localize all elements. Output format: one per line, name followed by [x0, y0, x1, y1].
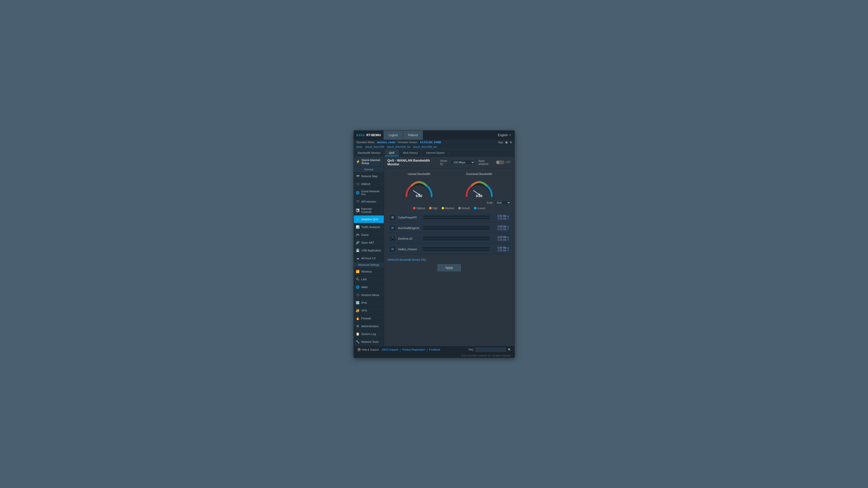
sidebar-item-aicloud[interactable]: ☁ AiCloud 2.0 — [354, 255, 384, 262]
toggle-knob — [496, 161, 499, 164]
faq-label: FAQ — [468, 348, 473, 351]
up-arrow-icon: ▲ — [507, 247, 509, 249]
sidebar-item-label: Amazon Alexa — [361, 293, 379, 296]
tab-bar: Bandwidth Monitor QoS Web History Intern… — [354, 150, 515, 157]
share-icon[interactable]: ⊕ — [510, 141, 512, 144]
scale-label: Scale — [487, 201, 493, 204]
table-row: ⊞ AcerSwiftEdge16 0.00 Mb▲ 0.00 Mb▼ — [388, 223, 511, 233]
asus-support-link[interactable]: ASUS Support — [382, 348, 398, 351]
upload-bar-track — [423, 226, 490, 228]
alexa-icon: ⬡ — [356, 293, 360, 297]
scale-bar: Scale Auto Fixed — [384, 200, 515, 206]
sidebar-item-administration[interactable]: ⚙ Administration — [354, 322, 384, 330]
sidebar-item-system-log[interactable]: 📋 System Log — [354, 330, 384, 338]
sidebar-item-amazon-alexa[interactable]: ⬡ Amazon Alexa — [354, 291, 384, 299]
parental-controls-icon: 👨‍👧 — [356, 208, 360, 213]
quick-internet-setup[interactable]: ⚡ Quick Internet Setup — [354, 157, 384, 167]
header: ASUS RT-BE96U Logout Reboot English ▼ — [354, 131, 515, 140]
show-by-select[interactable]: 100 Mbps 10 Mbps 1 Gbps Auto — [451, 160, 475, 165]
guest-network-icon: 🌐 — [356, 191, 360, 195]
upload-label: Upload Bandwidth — [408, 172, 430, 175]
footer-links: ASUS Support | Product Registration | Fe… — [381, 348, 441, 351]
quick-setup-label: Quick Internet Setup — [362, 159, 382, 165]
language-selector[interactable]: English ▼ — [495, 131, 514, 140]
high-dot — [429, 207, 432, 209]
lowest-dot — [474, 207, 476, 209]
sidebar-item-game[interactable]: 🎮 Game — [354, 231, 384, 239]
app-icon[interactable]: App — [498, 141, 503, 144]
download-bar-track — [423, 228, 490, 230]
copyright-text: 2024 ASUSTeK Computer Inc. All rights re… — [461, 354, 511, 357]
download-value: 0.00 Mb — [497, 238, 506, 241]
apps-analysis-label: Apps analysis — [478, 159, 494, 165]
device-list: 🖥 CyberPowerPC 0.00 Mb▲ 0.00 Mb▼ ⊞ AcerS… — [384, 212, 515, 256]
language-label: English — [498, 133, 508, 137]
copyright-bar: 2024 ASUSTeK Computer Inc. All rights re… — [354, 353, 515, 358]
lowest-label: Lowest — [477, 207, 486, 209]
legend-lowest: Lowest — [474, 207, 486, 209]
download-value: 0.00 Mb — [497, 228, 506, 231]
sidebar-item-open-nat[interactable]: 🔗 Open NAT — [354, 239, 384, 247]
sidebar-item-wireless[interactable]: 📶 Wireless — [354, 268, 384, 275]
scale-select[interactable]: Auto Fixed — [495, 201, 511, 205]
sidebar-item-aimesh[interactable]: ⬡ AiMesh — [354, 180, 384, 188]
product-registration-link[interactable]: Product Registration — [402, 348, 425, 351]
sidebar-item-lan[interactable]: 🔌 LAN — [354, 275, 384, 283]
open-nat-icon: 🔗 — [356, 240, 360, 245]
legend-default: Default — [458, 207, 470, 209]
download-stat: 0.00 Mb▼ — [492, 238, 509, 241]
legend-high: High — [429, 207, 438, 209]
sidebar-item-traffic-analyzer[interactable]: 📊 Traffic Analyzer — [354, 223, 384, 231]
up-arrow-icon: ▲ — [507, 225, 509, 228]
feedback-link[interactable]: Feedback — [429, 348, 440, 351]
firmware-value: 3.0.0.6.102_34488 — [420, 141, 441, 144]
sidebar-item-parental-controls[interactable]: 👨‍👧 Parental Controls — [354, 206, 384, 216]
sidebar-item-wan[interactable]: 🌐 WAN — [354, 283, 384, 291]
sidebar-item-network-tools[interactable]: 🔧 Network Tools — [354, 338, 384, 346]
tab-bandwidth-monitor[interactable]: Bandwidth Monitor — [354, 150, 385, 156]
apply-button[interactable]: Apply — [437, 264, 461, 271]
sidebar-item-label: Parental Controls — [361, 207, 382, 214]
ssid-label: SSID: — [356, 146, 364, 149]
monitor-icon[interactable]: ▣ — [505, 141, 508, 144]
sidebar-item-label: Firewall — [361, 317, 371, 320]
search-icon[interactable]: 🔍 — [508, 348, 511, 351]
sidebar-item-label: Open NAT — [361, 241, 374, 244]
apps-analysis-toggle[interactable] — [496, 160, 504, 164]
device-bars — [423, 236, 490, 240]
reboot-button[interactable]: Reboot — [403, 131, 423, 140]
upload-bar-track — [423, 216, 490, 217]
sidebar-item-label: Adaptive QoS — [361, 218, 378, 221]
sidebar-item-adaptive-qos[interactable]: ↕ Adaptive QoS — [354, 216, 384, 223]
device-name: CyberPowerPC — [398, 216, 421, 219]
sidebar-item-label: Administration — [361, 325, 379, 328]
asus-logo: ASUS — [356, 134, 365, 137]
sidebar-item-ipv6[interactable]: 🔢 IPv6 — [354, 299, 384, 307]
download-label: Download Bandwidth — [466, 172, 492, 175]
sidebar-item-vpn[interactable]: 🔐 VPN — [354, 307, 384, 315]
device-stats: 0.00 Mb▲ 0.00 Mb▼ — [492, 236, 509, 241]
chevron-down-icon: ▼ — [509, 134, 512, 136]
faq-link: WAN/LAN Bandwidth Monitor FAQ — [384, 256, 515, 262]
table-row: 📱 Zenfone-10 0.00 Mb▲ 0.00 Mb▼ — [388, 234, 511, 243]
sidebar-item-firewall[interactable]: 🔥 Firewall — [354, 315, 384, 322]
faq-anchor[interactable]: WAN/LAN Bandwidth Monitor FAQ — [388, 258, 426, 261]
info-bar: Operation Mode: wireless_router Firmware… — [354, 140, 515, 145]
tab-internet-speed[interactable]: Internet Speed — [422, 150, 448, 156]
aicloud-icon: ☁ — [356, 256, 360, 260]
logout-button[interactable]: Logout — [383, 131, 403, 140]
sidebar-item-usb-application[interactable]: 💾 USB Application — [354, 247, 384, 255]
apply-section: Apply — [384, 262, 515, 275]
legend-medium: Medium — [442, 207, 454, 209]
tab-qos[interactable]: QoS — [385, 150, 399, 156]
sidebar-item-label: USB Application — [361, 249, 381, 252]
footer-search-input[interactable] — [476, 348, 506, 352]
header-logo: ASUS RT-BE96U — [354, 131, 384, 140]
highest-dot — [413, 207, 415, 209]
page-title: QoS - WAN/LAN Bandwidth Monitor — [388, 159, 440, 166]
aimesh-icon: ⬡ — [356, 182, 360, 186]
sidebar-item-network-map[interactable]: 🗺 Network Map — [354, 172, 384, 180]
sidebar-item-aiprotection[interactable]: 🛡 AiProtection — [354, 198, 384, 206]
sidebar-item-guest-network[interactable]: 🌐 Guest Network Pro — [354, 188, 384, 198]
tab-web-history[interactable]: Web History — [399, 150, 422, 156]
